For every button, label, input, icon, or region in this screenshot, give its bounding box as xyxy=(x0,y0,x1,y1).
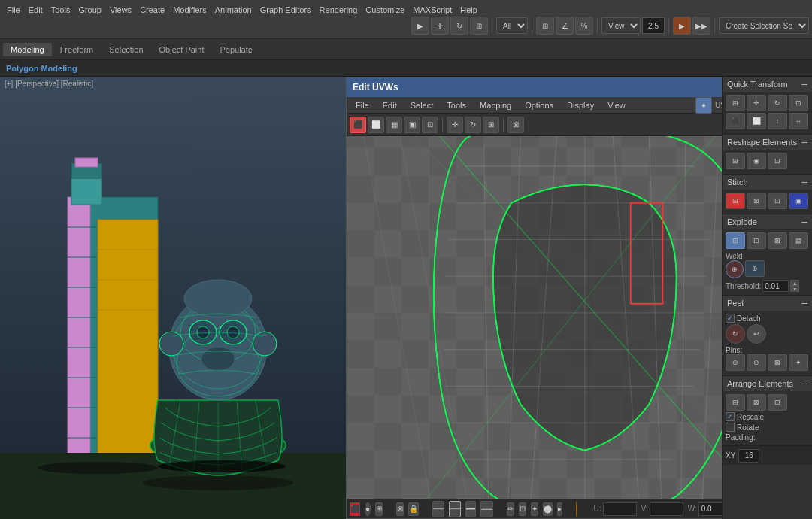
uv-vertex-mode[interactable]: ⬛ xyxy=(350,117,366,133)
select-set-dropdown[interactable]: Create Selection Se... xyxy=(719,17,809,34)
uv-dash4[interactable]: ══ xyxy=(480,501,492,517)
arrange-btn2[interactable]: ⊠ xyxy=(747,394,766,411)
uv-snap[interactable]: ⊠ xyxy=(508,117,524,133)
uv-red-sq[interactable]: ⬛ xyxy=(350,502,360,516)
render-value[interactable]: 2.5 xyxy=(642,17,665,34)
tab-object-paint[interactable]: Object Paint xyxy=(152,43,212,56)
qt-btn3[interactable]: ↻ xyxy=(768,95,787,111)
stitch-btn2[interactable]: ⊠ xyxy=(747,193,766,209)
uv-move[interactable]: ✛ xyxy=(447,117,463,133)
uvw-menu-display[interactable]: Display xyxy=(561,99,600,111)
uv-rotate[interactable]: ↻ xyxy=(465,117,481,133)
tab-populate[interactable]: Populate xyxy=(212,43,259,56)
menu-group[interactable]: Group xyxy=(74,4,105,16)
menu-maxscript[interactable]: MAXScript xyxy=(409,4,456,16)
rotate-tool-btn[interactable]: ↻ xyxy=(450,17,468,35)
angle-snap-btn[interactable]: ∠ xyxy=(556,17,574,35)
stitch-btn4[interactable]: ▣ xyxy=(789,193,808,209)
uv-face-mode[interactable]: ▦ xyxy=(386,117,402,133)
zoom-value[interactable]: 16 xyxy=(738,449,759,463)
qt-btn4[interactable]: ⊡ xyxy=(789,95,808,111)
explode-btn3[interactable]: ⊠ xyxy=(768,232,787,249)
uv-brush-btn[interactable]: ⬤ xyxy=(543,502,553,516)
uv-extra-btn[interactable]: ▸ xyxy=(557,502,562,516)
quick-transform-header[interactable]: Quick Transform ─ xyxy=(723,77,812,92)
uv-dash1[interactable]: ── xyxy=(432,501,444,517)
explode-btn4[interactable]: ▤ xyxy=(789,232,808,249)
menu-file[interactable]: File xyxy=(3,4,24,16)
menu-create[interactable]: Create xyxy=(136,4,168,16)
rescale-checkbox[interactable] xyxy=(726,412,735,421)
uv-scale[interactable]: ⊞ xyxy=(483,117,499,133)
menu-help[interactable]: Help xyxy=(456,4,481,16)
percent-snap-btn[interactable]: % xyxy=(575,17,593,35)
menu-graph-editors[interactable]: Graph Editors xyxy=(256,4,315,16)
uv-select-all[interactable]: ▣ xyxy=(404,117,420,133)
thresh-down[interactable]: ▼ xyxy=(790,286,799,292)
qt-btn5[interactable]: ⬛ xyxy=(726,113,745,129)
uvw-menu-file[interactable]: File xyxy=(350,99,375,111)
move-tool-btn[interactable]: ✛ xyxy=(431,17,449,35)
menu-customize[interactable]: Customize xyxy=(362,4,408,16)
u-value[interactable] xyxy=(603,502,637,516)
stitch-btn1[interactable]: ⊞ xyxy=(726,193,745,209)
qt-btn8[interactable]: ↔ xyxy=(789,113,808,129)
tab-selection[interactable]: Selection xyxy=(102,43,150,56)
rotate-checkbox[interactable] xyxy=(726,423,735,432)
uv-lock-btn[interactable]: 🔒 xyxy=(408,502,419,516)
peel-header[interactable]: Peel ─ xyxy=(723,296,812,311)
uv-mode-btn[interactable]: ● xyxy=(695,97,712,114)
uv-paint-btn[interactable]: ✏ xyxy=(507,502,514,516)
uvw-menu-view[interactable]: View xyxy=(601,99,632,111)
reshape-btn1[interactable]: ⊞ xyxy=(726,153,745,169)
uv-freeform-btn[interactable]: ⊞ xyxy=(375,502,383,516)
explode-btn2[interactable]: ⊡ xyxy=(747,232,766,249)
peel-btn2[interactable]: ↩ xyxy=(747,324,766,344)
select-tool-btn[interactable]: ▶ xyxy=(411,17,429,35)
stitch-header[interactable]: Stitch ─ xyxy=(723,175,812,190)
qt-btn6[interactable]: ⬜ xyxy=(747,113,766,129)
uvw-menu-options[interactable]: Options xyxy=(519,99,559,111)
mode-dropdown[interactable]: All xyxy=(496,17,528,34)
arrange-elements-header[interactable]: Arrange Elements ─ xyxy=(723,376,812,391)
uvw-menu-tools[interactable]: Tools xyxy=(441,99,472,111)
render-all-btn[interactable]: ▶▶ xyxy=(692,17,710,35)
pins-btn1[interactable]: ⊕ xyxy=(726,354,745,371)
explode-header[interactable]: Explode ─ xyxy=(723,214,812,229)
reshape-elements-header[interactable]: Reshape Elements ─ xyxy=(723,135,812,150)
threshold-input[interactable] xyxy=(762,280,789,292)
explode-btn1[interactable]: ⊞ xyxy=(726,232,745,249)
pins-btn4[interactable]: ✦ xyxy=(789,354,808,371)
snap-btn[interactable]: ⊞ xyxy=(536,17,554,35)
uv-snap2-btn[interactable]: ⊡ xyxy=(519,502,526,516)
thresh-up[interactable]: ▲ xyxy=(790,280,799,286)
tab-modeling[interactable]: Modeling xyxy=(3,43,52,56)
uv-snap-btn[interactable]: ⊠ xyxy=(396,502,404,516)
view-dropdown[interactable]: View xyxy=(601,17,641,34)
uv-dash3[interactable]: ━━ xyxy=(465,501,476,517)
menu-modifiers[interactable]: Modifiers xyxy=(169,4,211,16)
uvw-menu-mapping[interactable]: Mapping xyxy=(474,99,517,111)
menu-edit[interactable]: Edit xyxy=(25,4,47,16)
peel-btn1[interactable]: ↻ xyxy=(726,324,745,344)
stitch-btn3[interactable]: ⊡ xyxy=(768,193,787,209)
qt-btn7[interactable]: ↕ xyxy=(768,113,787,129)
uv-marker-btn[interactable]: ✦ xyxy=(531,502,538,516)
tab-freeform[interactable]: Freeform xyxy=(53,43,102,56)
w-value[interactable]: 0.0 xyxy=(698,502,725,516)
reshape-btn2[interactable]: ◉ xyxy=(747,153,766,169)
menu-tools[interactable]: Tools xyxy=(47,4,74,16)
menu-animation[interactable]: Animation xyxy=(211,4,256,16)
uv-freeform[interactable]: ⊡ xyxy=(422,117,438,133)
qt-btn1[interactable]: ⊞ xyxy=(726,95,745,111)
uv-dash2[interactable]: ── xyxy=(449,501,461,517)
left-viewport[interactable]: [+] [Perspective] [Realistic] xyxy=(0,77,346,519)
weld-btn1[interactable]: ⊕ xyxy=(726,260,744,278)
reshape-btn3[interactable]: ⊡ xyxy=(768,153,787,169)
weld-btn2[interactable]: ⊕ xyxy=(745,260,765,277)
detach-checkbox[interactable] xyxy=(726,314,735,323)
pins-btn3[interactable]: ⊠ xyxy=(768,354,787,371)
uvw-menu-select[interactable]: Select xyxy=(404,99,440,111)
uvw-menu-edit[interactable]: Edit xyxy=(377,99,403,111)
arrange-btn1[interactable]: ⊞ xyxy=(726,394,745,411)
